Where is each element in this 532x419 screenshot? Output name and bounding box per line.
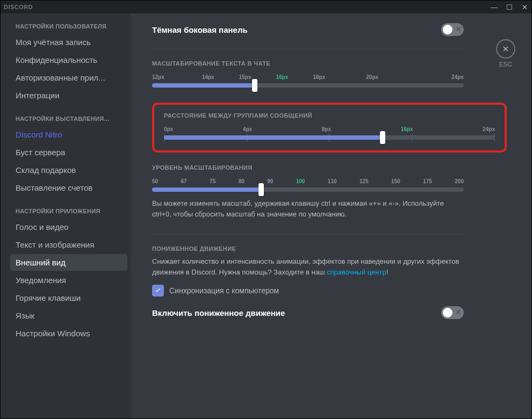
help-center-link[interactable]: справочный центр — [327, 268, 386, 276]
enable-reduced-motion-label: Включить пониженное движение — [152, 308, 285, 317]
divider — [152, 49, 464, 49]
sidebar-item-notifications[interactable]: Уведомления — [10, 272, 127, 288]
sidebar-item-text-images[interactable]: Текст и изображения — [10, 236, 127, 253]
sidebar-item-integrations[interactable]: Интеграции — [10, 87, 127, 104]
window-controls: — ☐ ✕ — [491, 3, 528, 11]
close-icon — [496, 39, 515, 59]
sync-with-computer-checkbox[interactable] — [152, 285, 164, 297]
sidebar-header-billing: НАСТРОЙКИ ВЫСТАВЛЕНИЯ... — [16, 115, 127, 122]
esc-label: ESC — [499, 61, 513, 68]
close-button[interactable]: ✕ — [521, 3, 528, 11]
message-spacing-ticks: 0px 4px 8px 16px 24px — [164, 126, 495, 132]
settings-content: ESC Тёмная боковая панель ✕ МАСШТАБИРОВА… — [131, 13, 531, 418]
sidebar-item-appearance[interactable]: Внешний вид — [10, 254, 127, 271]
close-settings-button[interactable]: ESC — [496, 39, 515, 68]
sidebar-header-app: НАСТРОЙКИ ПРИЛОЖЕНИЯ — [16, 208, 127, 214]
sidebar-item-authorized-apps[interactable]: Авторизованные прил... — [10, 69, 127, 86]
maximize-button[interactable]: ☐ — [506, 3, 513, 11]
app-name: DISCORD — [4, 4, 33, 10]
settings-sidebar: НАСТРОЙКИ ПОЛЬЗОВАТЕЛЯ Моя учётная запис… — [1, 13, 131, 418]
sidebar-item-voice-video[interactable]: Голос и видео — [10, 219, 127, 235]
sync-with-computer-label: Синхронизация с компьютером — [169, 286, 279, 295]
sidebar-item-privacy[interactable]: Конфиденциальность — [10, 52, 127, 68]
zoom-help-text: Вы можете изменять масштаб, удерживая кл… — [152, 198, 464, 219]
sidebar-item-keybinds[interactable]: Горячие клавиши — [10, 290, 127, 306]
divider — [152, 234, 464, 235]
sidebar-header-user: НАСТРОЙКИ ПОЛЬЗОВАТЕЛЯ — [16, 23, 127, 30]
reduced-motion-label: ПОНИЖЕННОЕ ДВИЖЕНИЕ — [152, 245, 464, 252]
sidebar-item-nitro[interactable]: Discord Nitro — [10, 126, 127, 143]
sidebar-item-gift-inventory[interactable]: Склад подарков — [10, 162, 127, 178]
reduced-motion-desc: Снижает количество и интенсивность анима… — [152, 256, 464, 277]
message-spacing-slider[interactable] — [164, 135, 495, 140]
highlighted-section: РАССТОЯНИЕ МЕЖДУ ГРУППАМИ СООБЩЕНИЙ 0px … — [152, 103, 507, 153]
font-scaling-ticks: 12px 14px 15px 16px 18px 20px 24px — [152, 74, 464, 80]
titlebar: DISCORD — ☐ ✕ — [1, 1, 531, 13]
sidebar-item-language[interactable]: Язык — [10, 307, 127, 324]
dark-sidebar-toggle[interactable]: ✕ — [441, 23, 464, 36]
enable-reduced-motion-toggle[interactable]: ✕ — [441, 306, 464, 319]
dark-sidebar-label: Тёмная боковая панель — [152, 25, 248, 34]
zoom-ticks: 50 67 75 80 90 100 110 125 150 175 200 — [152, 178, 464, 184]
sidebar-item-account[interactable]: Моя учётная запись — [10, 34, 127, 50]
zoom-slider[interactable] — [152, 187, 464, 192]
message-spacing-label: РАССТОЯНИЕ МЕЖДУ ГРУППАМИ СООБЩЕНИЙ — [164, 112, 495, 119]
sidebar-item-windows-settings[interactable]: Настройки Windows — [10, 325, 127, 342]
sidebar-item-server-boost[interactable]: Буст сервера — [10, 144, 127, 161]
minimize-button[interactable]: — — [491, 3, 498, 11]
zoom-level-label: УРОВЕНЬ МАСШТАБИРОВАНИЯ — [152, 164, 464, 171]
font-scaling-label: МАСШТАБИРОВАНИЕ ТЕКСТА В ЧАТЕ — [152, 60, 464, 67]
font-scaling-slider[interactable] — [152, 83, 464, 88]
sidebar-item-billing[interactable]: Выставление счетов — [10, 179, 127, 196]
